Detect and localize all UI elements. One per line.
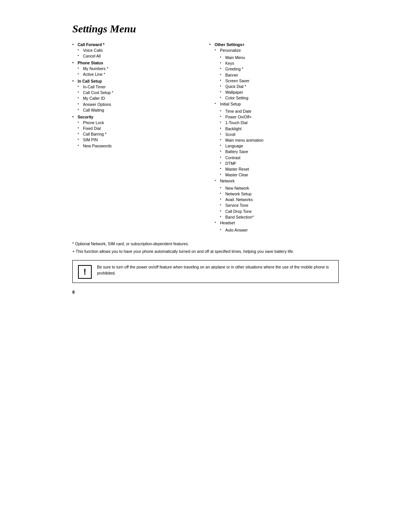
item-label: Network Setup bbox=[225, 191, 252, 197]
item-label: Main menu animation bbox=[225, 137, 263, 143]
list-item: • Security • Phone Lock • Fixed Dial bbox=[72, 114, 202, 149]
list-item: • SIM PIN bbox=[78, 137, 202, 143]
item-label: Color Setting bbox=[225, 95, 249, 101]
bullet-icon: • bbox=[78, 102, 81, 107]
bullet-icon: • bbox=[220, 155, 224, 160]
bullet-icon: • bbox=[215, 178, 218, 184]
list-item: • Initial Setup •Time and Date •Power On… bbox=[215, 101, 339, 178]
footnote-star: * Optional Network, SIM card, or subscri… bbox=[72, 241, 339, 247]
list-item: •Power On/Off+ bbox=[220, 114, 263, 120]
item-label: Phone Status bbox=[78, 60, 103, 66]
bullet-icon: • bbox=[220, 109, 224, 113]
page-title: Settings Menu bbox=[72, 23, 339, 35]
bullet-icon: • bbox=[78, 66, 81, 71]
item-label: Call Drop Tone bbox=[225, 209, 252, 214]
list-item: •Master Clear bbox=[220, 172, 263, 178]
list-item: •Wallpaper bbox=[220, 89, 250, 95]
item-label: Security bbox=[78, 114, 93, 120]
list-item: •Service Tone bbox=[220, 203, 254, 208]
item-label: Scroll bbox=[225, 132, 235, 137]
sub-sub-list: •Auto Answer bbox=[220, 227, 248, 233]
bullet-icon: • bbox=[78, 131, 81, 136]
item-label: Other Settings+ bbox=[215, 42, 244, 48]
bullet-icon: • bbox=[78, 90, 81, 95]
list-item: • New Passwords bbox=[78, 143, 202, 149]
bullet-icon: • bbox=[220, 132, 224, 137]
item-label: Main Menu bbox=[225, 55, 245, 61]
list-item: • Call Cost Setup * bbox=[78, 90, 202, 96]
bullet-icon: • bbox=[78, 48, 81, 53]
sub-list: • Voice Calls • Cancel All bbox=[78, 48, 202, 59]
bullet-icon: • bbox=[220, 209, 224, 214]
item-label: Network bbox=[220, 178, 235, 184]
item-label: Call Waiting bbox=[83, 107, 104, 113]
sub-list: • In-Call Timer • Call Cost Setup * • My… bbox=[78, 84, 202, 113]
bullet-icon: • bbox=[220, 191, 224, 196]
item-label: Wallpaper bbox=[225, 89, 243, 95]
bullet-icon: • bbox=[78, 107, 81, 112]
item-label: DTMF bbox=[225, 161, 236, 166]
item-label: Cancel All bbox=[83, 53, 101, 59]
item-label: SIM PIN bbox=[83, 137, 98, 143]
sub-sub-list: •New Network •Network Setup •Avail. Netw… bbox=[220, 185, 254, 220]
item-label: Battery Save bbox=[225, 149, 248, 155]
bullet-icon: • bbox=[78, 137, 81, 142]
item-label: Time and Date bbox=[225, 109, 251, 114]
item-label: Call Forward * bbox=[78, 42, 105, 48]
right-main-list: • Other Settings+ • Personalize •Main Me… bbox=[209, 42, 339, 233]
item-label: Phone Lock bbox=[83, 120, 104, 126]
footnote-plus: + This function allows you to have your … bbox=[72, 249, 339, 255]
bullet-icon: • bbox=[220, 84, 224, 89]
list-item: •Banner bbox=[220, 72, 250, 78]
bullet-icon: • bbox=[220, 185, 224, 190]
bullet-icon: • bbox=[78, 143, 81, 148]
list-item: • Fixed Dial bbox=[78, 126, 202, 131]
list-item: •Language bbox=[220, 143, 263, 149]
page-number: 8 bbox=[72, 290, 339, 294]
bullet-icon: • bbox=[220, 72, 224, 77]
list-item: •Greeting * bbox=[220, 66, 250, 72]
item-label: Avail. Networks bbox=[225, 197, 253, 203]
item-label: Initial Setup bbox=[220, 101, 241, 107]
list-item: •Master Reset bbox=[220, 166, 263, 172]
bullet-icon: • bbox=[220, 89, 224, 94]
bullet-icon: • bbox=[72, 114, 76, 120]
item-label: Voice Calls bbox=[83, 48, 103, 53]
item-label: Band Selection* bbox=[225, 214, 254, 220]
bullet-icon: • bbox=[220, 78, 224, 83]
bullet-icon: • bbox=[220, 114, 224, 119]
list-item: • Headset •Auto Answer bbox=[215, 220, 339, 233]
item-label: New Passwords bbox=[83, 143, 112, 149]
list-item: •Avail. Networks bbox=[220, 197, 254, 203]
item-label: Call Cost Setup * bbox=[83, 90, 113, 96]
list-item: • Cancel All bbox=[78, 53, 202, 59]
left-column: • Call Forward * • Voice Calls • Cancel … bbox=[72, 42, 202, 234]
bullet-icon: • bbox=[78, 96, 81, 101]
footnotes: * Optional Network, SIM card, or subscri… bbox=[72, 241, 339, 255]
list-item: • Personalize •Main Menu •Keys •Greeting… bbox=[215, 48, 339, 101]
bullet-icon: • bbox=[215, 220, 218, 226]
list-item: •Backlight bbox=[220, 126, 263, 132]
list-item: •Color Setting bbox=[220, 95, 250, 101]
item-label: My Numbers * bbox=[83, 66, 108, 72]
bullet-icon: • bbox=[215, 101, 218, 107]
list-item: • Call Forward * • Voice Calls • Cancel … bbox=[72, 42, 202, 59]
item-label: Master Clear bbox=[225, 172, 248, 178]
item-label: Contrast bbox=[225, 155, 241, 161]
bullet-icon: • bbox=[78, 53, 81, 58]
right-column: • Other Settings+ • Personalize •Main Me… bbox=[209, 42, 339, 234]
sub-list: • Phone Lock • Fixed Dial • Call Barring… bbox=[78, 120, 202, 149]
list-item: • My Numbers * bbox=[78, 66, 202, 72]
bullet-icon: • bbox=[220, 143, 224, 148]
bullet-icon: • bbox=[78, 120, 81, 125]
bullet-icon: • bbox=[220, 126, 224, 131]
item-label: Auto Answer bbox=[225, 227, 248, 233]
item-label: Keys bbox=[225, 61, 234, 66]
bullet-icon: • bbox=[220, 227, 224, 232]
bullet-icon: • bbox=[220, 61, 224, 66]
page: Settings Menu • Call Forward * • Voice C… bbox=[57, 0, 354, 310]
bullet-icon: • bbox=[220, 149, 224, 154]
item-label: In Call Setup bbox=[78, 78, 102, 84]
sub-sub-list: •Time and Date •Power On/Off+ •1-Touch D… bbox=[220, 109, 263, 178]
list-item: •Band Selection* bbox=[220, 214, 254, 220]
